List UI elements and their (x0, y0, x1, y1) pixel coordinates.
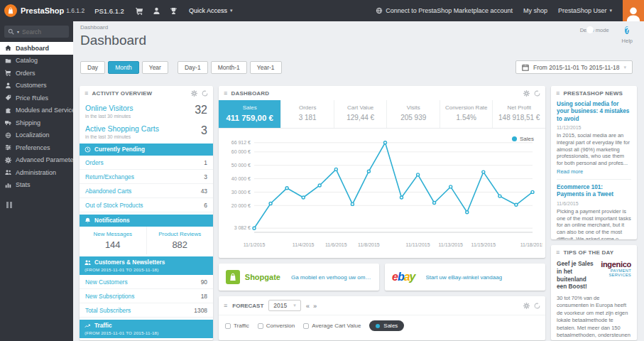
legend-average-cart-value-checkbox[interactable]: Average Cart Value (303, 323, 361, 329)
chart-point[interactable] (253, 227, 256, 229)
legend-label: Traffic (234, 323, 249, 329)
sidebar-item-modules[interactable]: Modules and Services (0, 104, 73, 117)
day-button[interactable]: Day (80, 61, 105, 74)
sidebar-item-administration[interactable]: Administration (0, 166, 73, 179)
breadcrumb[interactable]: Dashboard (80, 24, 108, 31)
prestashop-logo[interactable] (4, 4, 17, 17)
sidebar-item-preferences[interactable]: Preferences (0, 141, 73, 154)
legend-conversion-checkbox[interactable]: Conversion (258, 323, 295, 329)
chart-point[interactable] (531, 190, 534, 193)
pending-returns-row[interactable]: Return/Exchanges3 (80, 170, 213, 184)
next-year-button[interactable]: » (313, 302, 317, 310)
tag-icon (5, 94, 11, 101)
chart-point[interactable] (318, 184, 321, 187)
tip-body: 30 tot 70% van de consumenten in Europa … (557, 295, 631, 340)
chevron-down-icon[interactable]: ▾ (17, 29, 19, 34)
sidebar-item-shipping[interactable]: Shipping (0, 117, 73, 129)
sidebar-item-catalog[interactable]: Catalog (0, 55, 73, 67)
trophy-icon[interactable] (170, 7, 178, 15)
sidebar-item-price-rules[interactable]: Price Rules (0, 92, 73, 104)
chart-point[interactable] (482, 170, 485, 173)
online-visitors-row[interactable]: Online Visitorsin the last 30 minutes 32 (80, 100, 213, 121)
sidebar-item-dashboard[interactable]: Dashboard (0, 42, 73, 55)
abandoned-carts-row[interactable]: Abandoned Carts43 (80, 184, 213, 198)
chart-legend-sales[interactable]: Sales (512, 136, 534, 142)
panel-settings-icon[interactable] (191, 90, 197, 97)
total-subscribers-row[interactable]: Total Subscribers1308 (80, 303, 213, 318)
chart-point[interactable] (269, 202, 272, 205)
kpi-orders[interactable]: Orders3 181 (280, 100, 334, 128)
sidebar-item-localization[interactable]: Localization (0, 129, 73, 142)
kpi-visits[interactable]: Visits205 939 (386, 100, 440, 128)
kpi-conversion-rate[interactable]: Conversion Rate1.54% (440, 100, 493, 128)
user-menu[interactable]: PrestaShop User ▾ (558, 7, 612, 14)
year-button[interactable]: Year (142, 61, 168, 74)
year-1-button[interactable]: Year-1 (250, 61, 282, 74)
google-analytics-link[interactable]: Link to your Google Analytics account (80, 338, 213, 340)
chart-point[interactable] (466, 211, 469, 214)
customer-icon[interactable] (153, 7, 160, 15)
chart-point[interactable] (515, 203, 518, 206)
ingenico-logo[interactable]: ingenico payment services (599, 260, 631, 277)
chart-point[interactable] (400, 196, 403, 199)
row-value: 1 (204, 159, 207, 166)
sidebar-item-stats[interactable]: Stats (0, 179, 73, 192)
help-icon[interactable]: ? (625, 26, 629, 34)
shopgate-link[interactable]: Ga mobiel en verhoog uw omzet (291, 274, 372, 281)
search-input[interactable] (22, 28, 62, 36)
shop-name-link[interactable]: PS1.6.1.2 (94, 7, 124, 15)
panel-refresh-icon[interactable] (202, 90, 208, 97)
active-carts-row[interactable]: Active Shopping Cartsin the last 30 minu… (80, 121, 213, 141)
panel-settings-icon[interactable] (523, 90, 530, 97)
kpi-sales[interactable]: Sales411 759,00 € (219, 100, 280, 128)
marketplace-link[interactable]: Connect to PrestaShop Marketplace accoun… (376, 7, 513, 14)
chart-point[interactable] (367, 170, 370, 173)
chart-point[interactable] (417, 173, 420, 176)
chart-point[interactable] (302, 196, 305, 199)
collapse-sidebar-button[interactable] (6, 202, 67, 208)
product-reviews-cell[interactable]: Product Reviews882 (147, 227, 214, 254)
panel-refresh-icon[interactable] (534, 303, 540, 309)
new-customers-row[interactable]: New Customers90 (80, 275, 213, 289)
out-of-stock-row[interactable]: Out of Stock Products6 (80, 198, 213, 212)
my-shop-link[interactable]: My shop (523, 7, 547, 14)
panel-refresh-icon[interactable] (534, 90, 540, 97)
kpi-label: Cart Value (336, 104, 386, 111)
month-1-button[interactable]: Month-1 (211, 61, 247, 74)
kpi-net-profit[interactable]: Net Profit148 918,51 € (492, 100, 545, 128)
cart-icon[interactable] (136, 7, 143, 15)
date-range-picker[interactable]: From 2015-11-01 To 2015-11-18 ▾ (515, 60, 633, 74)
quick-access-menu[interactable]: Quick Access ▾ (189, 7, 233, 14)
sidebar-item-advanced-parameters[interactable]: Advanced Parameters (0, 154, 73, 167)
sidebar-item-orders[interactable]: Orders (0, 67, 73, 80)
news-article-title[interactable]: Ecommerce 101: Payments in a Tweet (557, 184, 631, 199)
ebay-link[interactable]: Start uw eBay-winkel vandaag (426, 274, 503, 281)
sidebar-item-customers[interactable]: Customers (0, 80, 73, 92)
new-subscriptions-row[interactable]: New Subscriptions18 (80, 289, 213, 303)
chart-point[interactable] (433, 202, 436, 205)
kpi-cart-value[interactable]: Cart Value129,44 € (334, 100, 387, 128)
new-messages-cell[interactable]: New Messages144 (80, 227, 147, 254)
legend-sales-button[interactable]: Sales (369, 320, 404, 331)
svg-text:11/15/2015: 11/15/2015 (471, 242, 496, 247)
panel-settings-icon[interactable] (523, 303, 530, 309)
legend-traffic-checkbox[interactable]: Traffic (225, 323, 249, 329)
chart-point[interactable] (449, 185, 452, 188)
avatar[interactable] (623, 0, 644, 21)
kpi-label: Visits (388, 104, 438, 111)
day-1-button[interactable]: Day-1 (178, 61, 208, 74)
year-select[interactable]: 2015▾ (268, 300, 300, 311)
read-more-link[interactable]: Read more (557, 168, 583, 175)
news-article-title[interactable]: Using social media for your business: 4 … (557, 101, 631, 123)
kpi-value: 205 939 (388, 114, 438, 121)
chart-point[interactable] (351, 202, 354, 205)
chart-point[interactable] (384, 141, 387, 144)
month-button[interactable]: Month (108, 61, 139, 74)
sidebar-search[interactable]: ▾ (4, 26, 69, 38)
section-title: Customers & Newsletters (94, 259, 165, 266)
chart-point[interactable] (498, 195, 501, 197)
chart-point[interactable] (285, 187, 288, 190)
chart-point[interactable] (334, 168, 337, 170)
pending-orders-row[interactable]: Orders1 (80, 156, 213, 170)
prev-year-button[interactable]: « (306, 302, 310, 310)
